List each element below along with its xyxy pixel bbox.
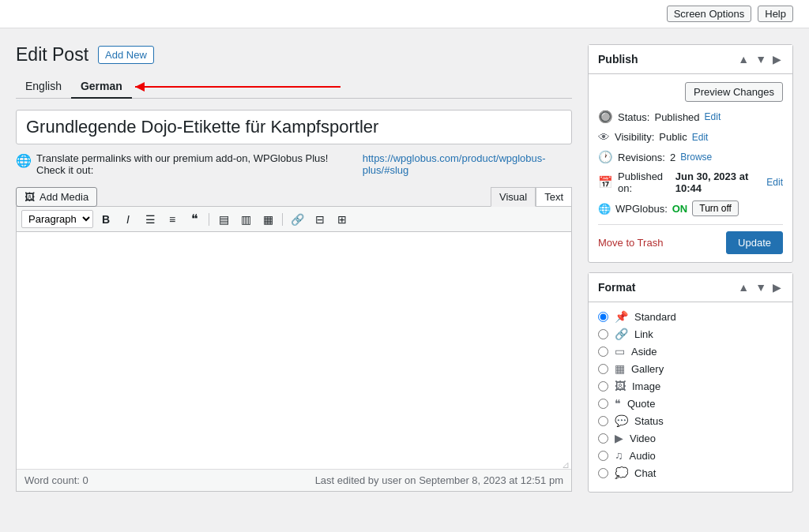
screen-options-bar: Screen Options Help	[667, 6, 793, 22]
published-on-row: 📅 Published on: Jun 30, 2023 at 10:44 Ed…	[598, 170, 783, 194]
video-icon: ▶	[615, 432, 623, 444]
wpglobus-label: WPGlobus:	[615, 203, 668, 215]
status-label: Status:	[618, 111, 649, 123]
horizontal-rule-button[interactable]: ⊟	[310, 212, 329, 227]
format-radio-link[interactable]	[598, 329, 608, 339]
preview-changes-button[interactable]: Preview Changes	[685, 82, 783, 102]
status-edit-link[interactable]: Edit	[705, 111, 721, 122]
publish-box-header: Publish ▲ ▼ ▶	[589, 45, 792, 74]
format-radio-standard[interactable]	[598, 312, 608, 322]
format-option-standard: 📌 Standard	[598, 310, 783, 323]
tab-english[interactable]: English	[16, 75, 71, 99]
revisions-browse-link[interactable]: Browse	[680, 152, 712, 163]
tab-german[interactable]: German	[71, 75, 132, 99]
resize-handle[interactable]: ⊿	[562, 459, 570, 467]
format-label-gallery[interactable]: Gallery	[631, 363, 664, 375]
turn-off-button[interactable]: Turn off	[692, 200, 739, 216]
language-tabs: English German	[16, 75, 572, 99]
italic-button[interactable]: I	[119, 212, 137, 227]
publish-box-title: Publish	[598, 53, 638, 66]
post-title-input[interactable]	[16, 110, 572, 144]
format-option-link: 🔗 Link	[598, 328, 783, 340]
format-label-status[interactable]: Status	[634, 415, 664, 427]
align-left-button[interactable]: ▤	[214, 212, 233, 227]
move-to-trash-link[interactable]: Move to Trash	[598, 237, 663, 249]
format-radio-audio[interactable]	[598, 451, 608, 461]
format-label-aside[interactable]: Aside	[631, 346, 657, 358]
page-header: Edit Post Add New	[16, 44, 572, 66]
top-bar: Screen Options Help	[0, 0, 809, 28]
gallery-icon: ▦	[615, 362, 625, 375]
publish-footer: Move to Trash Update	[598, 224, 783, 254]
format-radio-quote[interactable]	[598, 399, 608, 409]
format-box-header: Format ▲ ▼ ▶	[589, 273, 792, 302]
align-center-button[interactable]: ▥	[236, 212, 255, 227]
aside-icon: ▭	[615, 345, 625, 358]
blockquote-button[interactable]: ❝	[185, 210, 204, 228]
visibility-edit-link[interactable]: Edit	[692, 132, 709, 143]
publish-box-close[interactable]: ▶	[771, 51, 783, 67]
permalink-text: Translate permalinks with our premium ad…	[36, 152, 358, 176]
format-label-link[interactable]: Link	[634, 328, 653, 340]
svg-marker-1	[135, 82, 145, 92]
red-arrow-svg	[135, 79, 372, 95]
format-option-audio: ♫ Audio	[598, 449, 783, 462]
format-radio-gallery[interactable]	[598, 364, 608, 374]
format-radio-image[interactable]	[598, 381, 608, 392]
wpglobus-row: 🌐 WPGlobus: ON Turn off	[598, 200, 783, 216]
format-radio-video[interactable]	[598, 433, 608, 444]
status-icon: 🔘	[598, 110, 613, 124]
published-edit-link[interactable]: Edit	[766, 177, 783, 188]
revisions-row: 🕐 Revisions: 2 Browse	[598, 150, 783, 164]
add-media-button[interactable]: 🖼 Add Media	[16, 187, 97, 207]
permalink-link[interactable]: https://wpglobus.com/product/wpglobus-pl…	[363, 152, 572, 176]
ordered-list-button[interactable]: ≡	[163, 212, 182, 227]
revisions-label: Revisions:	[618, 152, 665, 163]
format-box-collapse-up[interactable]: ▲	[736, 279, 751, 295]
revisions-icon: 🕐	[598, 150, 613, 164]
update-button[interactable]: Update	[726, 231, 783, 254]
format-box-close[interactable]: ▶	[771, 279, 783, 295]
published-value: Jun 30, 2023 at 10:44	[675, 170, 762, 194]
revisions-value: 2	[670, 152, 675, 163]
format-label-standard[interactable]: Standard	[634, 311, 676, 323]
editor-container: Paragraph Heading 1 Heading 2 Heading 3 …	[16, 206, 572, 492]
published-label: Published on:	[618, 170, 671, 194]
format-box-controls: ▲ ▼ ▶	[736, 279, 783, 295]
visibility-label: Visibility:	[615, 131, 654, 143]
help-button[interactable]: Help	[758, 6, 793, 22]
format-option-status: 💬 Status	[598, 414, 783, 427]
bold-button[interactable]: B	[96, 212, 115, 227]
add-new-button[interactable]: Add New	[98, 46, 154, 64]
status-format-icon: 💬	[615, 414, 628, 427]
standard-icon: 📌	[615, 310, 628, 323]
link-button[interactable]: 🔗	[288, 212, 307, 227]
formatting-bar: Paragraph Heading 1 Heading 2 Heading 3 …	[17, 207, 571, 232]
format-radio-status[interactable]	[598, 416, 608, 426]
format-label-chat[interactable]: Chat	[634, 467, 656, 479]
tab-text[interactable]: Text	[536, 187, 572, 207]
format-label-video[interactable]: Video	[630, 433, 656, 444]
align-right-button[interactable]: ▦	[258, 212, 277, 227]
format-label-quote[interactable]: Quote	[627, 398, 655, 410]
tab-visual[interactable]: Visual	[491, 187, 536, 207]
publish-box-collapse-up[interactable]: ▲	[736, 51, 751, 67]
format-radio-chat[interactable]	[598, 468, 608, 478]
format-radio-aside[interactable]	[598, 347, 608, 357]
toolbar-toggle-button[interactable]: ⊞	[333, 212, 352, 227]
editor-footer: Word count: 0 Last edited by user on Sep…	[17, 469, 571, 491]
red-arrow-annotation	[135, 79, 372, 95]
format-option-aside: ▭ Aside	[598, 345, 783, 358]
format-label-audio[interactable]: Audio	[630, 450, 656, 462]
paragraph-format-select[interactable]: Paragraph Heading 1 Heading 2 Heading 3	[21, 210, 93, 228]
page-title: Edit Post	[16, 44, 88, 66]
format-label-image[interactable]: Image	[632, 380, 660, 392]
add-media-label: Add Media	[40, 191, 88, 203]
screen-options-button[interactable]: Screen Options	[667, 6, 752, 22]
format-option-quote: ❝ Quote	[598, 397, 783, 410]
editor-body[interactable]: ⊿	[17, 232, 571, 469]
format-box-collapse-down[interactable]: ▼	[754, 279, 768, 295]
audio-icon: ♫	[615, 449, 623, 462]
publish-box-collapse-down[interactable]: ▼	[754, 51, 768, 67]
unordered-list-button[interactable]: ☰	[141, 212, 160, 227]
